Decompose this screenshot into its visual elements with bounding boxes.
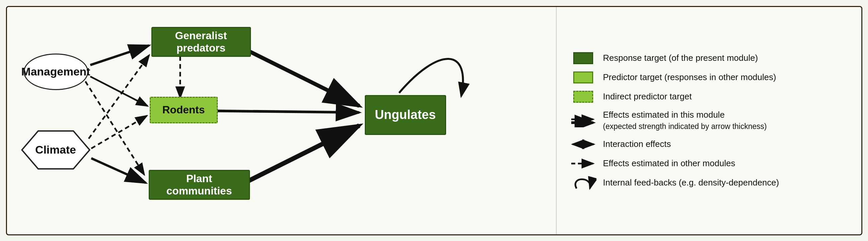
legend-text-response-target: Response target (of the present module) (603, 53, 758, 64)
legend-text-feedbacks: Internal feed-backs (e.g. density-depend… (603, 177, 779, 188)
management-node: Management (24, 54, 88, 90)
svg-line-8 (91, 116, 147, 148)
curved-arrow-icon (570, 175, 596, 191)
legend-item-response-target: Response target (of the present module) (570, 52, 848, 65)
svg-line-9 (91, 158, 146, 183)
legend-symbol-dashed-arrow (570, 157, 596, 170)
bidir-arrow-icon (570, 138, 596, 151)
climate-node: Climate (21, 130, 91, 170)
svg-line-10 (244, 49, 359, 106)
diagram-area: Management Climate Generalist predators … (7, 7, 556, 234)
svg-line-12 (244, 125, 359, 183)
legend-symbol-double-arrow (570, 114, 596, 127)
legend-item-predictor-target: Predictor target (responses in other mod… (570, 71, 848, 84)
legend-symbol-curved-arrow (570, 176, 596, 189)
generalist-predators-node: Generalist predators (151, 27, 251, 57)
arrows-svg (7, 7, 556, 234)
legend-text-effects-this-module: Effects estimated in this module(expecte… (603, 109, 767, 132)
legend-text-interaction: Interaction effects (603, 139, 671, 150)
plant-communities-node: Plant communities (149, 170, 250, 200)
legend-text-indirect-predictor: Indirect predictor target (603, 91, 692, 102)
legend-item-indirect-predictor: Indirect predictor target (570, 90, 848, 103)
legend-rect-dark (573, 52, 593, 64)
diagram-container: Management Climate Generalist predators … (6, 6, 862, 235)
legend-area: Response target (of the present module) … (556, 7, 861, 234)
legend-item-interaction: Interaction effects (570, 138, 848, 151)
legend-item-effects-this-module: Effects estimated in this module(expecte… (570, 109, 848, 132)
double-arrow-icon (570, 114, 596, 127)
legend-item-feedbacks: Internal feed-backs (e.g. density-depend… (570, 176, 848, 189)
legend-symbol-dashed-rect (570, 90, 596, 103)
legend-text-predictor-target: Predictor target (responses in other mod… (603, 72, 776, 83)
svg-line-7 (89, 55, 149, 139)
legend-rect-light (573, 72, 593, 83)
legend-item-effects-other-modules: Effects estimated in other modules (570, 157, 848, 170)
svg-line-11 (213, 111, 359, 112)
svg-line-6 (85, 81, 144, 175)
legend-symbol-bidir-arrow (570, 138, 596, 151)
svg-line-5 (90, 77, 147, 106)
legend-rect-dashed (573, 91, 593, 103)
ungulates-node: Ungulates (365, 95, 446, 135)
legend-text-effects-other-modules: Effects estimated in other modules (603, 158, 735, 169)
dashed-arrow-icon (570, 157, 596, 170)
svg-line-4 (90, 45, 149, 65)
legend-symbol-dark-rect (570, 52, 596, 65)
rodents-node: Rodents (150, 97, 218, 123)
legend-symbol-light-rect (570, 71, 596, 84)
